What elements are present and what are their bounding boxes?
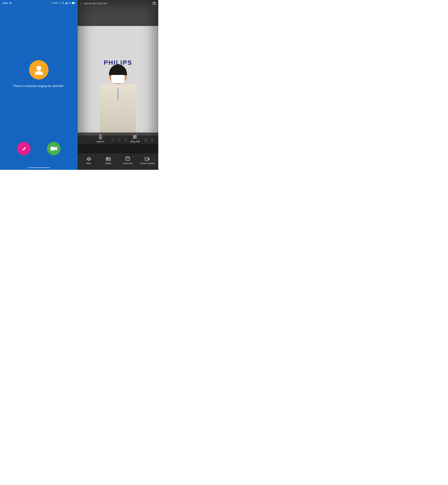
home-indicator bbox=[28, 167, 50, 168]
bottom-toolbar: Mute Gallery Screenshot Screen r bbox=[78, 153, 158, 170]
person-mask bbox=[111, 75, 125, 83]
gallery-icon bbox=[106, 156, 111, 161]
intercom-button[interactable]: Intercom bbox=[96, 134, 104, 143]
svg-point-7 bbox=[36, 66, 41, 70]
bluetooth-icon bbox=[59, 2, 61, 4]
lanyard bbox=[118, 88, 118, 100]
battery-icon bbox=[72, 2, 75, 4]
camera-feed: PHILIPS bbox=[78, 0, 158, 144]
temp-pin-label: Temp PIN bbox=[130, 141, 139, 143]
back-button[interactable]: ‹ bbox=[80, 1, 81, 6]
svg-point-19 bbox=[133, 138, 134, 139]
svg-point-18 bbox=[136, 136, 136, 137]
caller-area: There is someone ringing the doorbell~ bbox=[7, 6, 71, 142]
svg-point-4 bbox=[70, 4, 70, 4]
network-speed: 31.4KB/s bbox=[51, 2, 58, 4]
left-panel: 19:27 31.4KB/s There is someo bbox=[0, 0, 78, 170]
svg-rect-26 bbox=[145, 157, 148, 160]
svg-point-14 bbox=[134, 135, 135, 136]
svg-point-17 bbox=[134, 136, 135, 137]
person-head bbox=[109, 64, 127, 84]
svg-point-20 bbox=[134, 138, 135, 139]
signal-icon bbox=[65, 2, 68, 4]
temp-pin-button[interactable]: Temp PIN bbox=[130, 134, 139, 143]
svg-rect-2 bbox=[66, 2, 67, 4]
notification-icon bbox=[9, 2, 12, 4]
mute-label: Mute bbox=[87, 162, 91, 164]
right-panel: PHILIPS ‹ 2022-09-28 07 bbox=[78, 0, 158, 170]
camera-header: ‹ 2022-09-28 07:29:03 PM bbox=[78, 0, 158, 7]
person-icon bbox=[33, 64, 45, 76]
status-icons: 31.4KB/s bbox=[51, 2, 75, 4]
status-bar: 19:27 31.4KB/s bbox=[0, 0, 78, 6]
svg-point-21 bbox=[136, 138, 136, 139]
screenshot-label: Screenshot bbox=[123, 162, 133, 164]
svg-point-15 bbox=[136, 135, 136, 136]
mute-icon bbox=[87, 156, 91, 161]
microphone-icon bbox=[98, 134, 103, 140]
doorbell-message: There is someone ringing the doorbell~ bbox=[7, 84, 71, 88]
screen-recording-label: Screen recording bbox=[140, 162, 155, 164]
svg-rect-3 bbox=[67, 2, 67, 4]
alarm-icon bbox=[62, 2, 64, 4]
timestamp: 2022-09-28 07:29:03 PM bbox=[84, 2, 107, 5]
upload-icon[interactable] bbox=[153, 1, 156, 5]
svg-rect-1 bbox=[66, 3, 66, 4]
action-overlay: Intercom Temp PIN bbox=[78, 133, 158, 144]
person-hair bbox=[109, 64, 127, 75]
screenshot-icon bbox=[125, 156, 130, 161]
hangup-icon bbox=[21, 146, 27, 152]
intercom-label: Intercom bbox=[96, 141, 104, 143]
svg-rect-25 bbox=[126, 157, 130, 160]
gallery-label: Gallery bbox=[105, 162, 111, 164]
camera-background: PHILIPS bbox=[78, 0, 158, 144]
svg-rect-8 bbox=[50, 147, 55, 150]
svg-rect-0 bbox=[65, 3, 65, 4]
decline-button[interactable] bbox=[17, 142, 31, 155]
svg-point-13 bbox=[133, 135, 134, 136]
person-figure bbox=[97, 62, 139, 144]
wall: PHILIPS bbox=[78, 26, 158, 144]
gallery-button[interactable]: Gallery bbox=[99, 156, 118, 164]
svg-rect-6 bbox=[72, 2, 74, 4]
status-time: 19:27 bbox=[2, 2, 8, 4]
svg-point-16 bbox=[133, 136, 134, 137]
screen-recording-button[interactable]: Screen recording bbox=[137, 156, 157, 164]
screen-recording-icon bbox=[145, 156, 150, 161]
avatar bbox=[29, 60, 48, 79]
wifi-icon bbox=[69, 2, 71, 4]
svg-rect-10 bbox=[100, 134, 101, 137]
svg-marker-22 bbox=[87, 157, 89, 161]
mute-button[interactable]: Mute bbox=[79, 156, 99, 164]
screenshot-button[interactable]: Screenshot bbox=[118, 156, 137, 164]
svg-point-24 bbox=[107, 158, 108, 159]
call-buttons bbox=[0, 142, 78, 167]
answer-button[interactable] bbox=[47, 142, 60, 155]
video-icon bbox=[50, 146, 57, 151]
keypad-icon bbox=[132, 134, 137, 140]
